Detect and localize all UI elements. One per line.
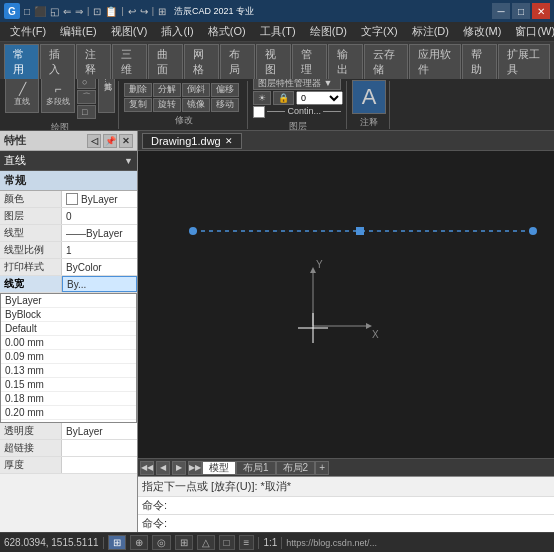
tb-icon8[interactable]: ↩ <box>128 6 136 17</box>
text-button[interactable]: A <box>352 80 386 114</box>
menu-format[interactable]: 格式(O) <box>202 23 252 40</box>
chamfer-button[interactable]: 倒斜 <box>182 83 210 97</box>
prop-value-printstyle[interactable]: ByColor <box>62 259 137 275</box>
line-button[interactable]: ╱ 直线 <box>5 79 39 113</box>
props-pin-icon[interactable]: 📌 <box>103 134 117 148</box>
help-link[interactable]: https://blog.csdn.net/... <box>286 538 377 548</box>
tab-appsw[interactable]: 应用软件 <box>409 44 461 79</box>
lwt-button[interactable]: ≡ <box>239 535 255 550</box>
polar-button[interactable]: ⊞ <box>175 535 193 550</box>
snap-button[interactable]: ⊞ <box>108 535 126 550</box>
menu-text[interactable]: 文字(X) <box>355 23 404 40</box>
circle-button[interactable]: ○ <box>77 79 96 89</box>
tab-layout2[interactable]: 布局2 <box>276 461 316 475</box>
props-close-icon[interactable]: ✕ <box>119 134 133 148</box>
tb-icon10[interactable]: ⊞ <box>158 6 166 17</box>
rect-button[interactable]: □ <box>77 105 96 119</box>
prop-value-ltscale[interactable]: 1 <box>62 242 137 258</box>
grid-button[interactable]: ⊕ <box>130 535 148 550</box>
minimize-button[interactable]: ─ <box>492 3 510 19</box>
move-button[interactable]: 移动 <box>211 98 239 112</box>
lw-item-013[interactable]: 0.13 mm <box>1 364 136 378</box>
linewidth-list[interactable]: ByLayer ByBlock Default 0.00 mm 0.09 mm … <box>0 293 137 423</box>
tab-extra[interactable]: 扩展工具 <box>498 44 550 79</box>
tab-common[interactable]: 常用 <box>4 44 39 79</box>
prop-value-linewidth[interactable]: By... <box>62 276 137 292</box>
otrack-button[interactable]: □ <box>219 535 235 550</box>
tab-insert[interactable]: 插入 <box>40 44 75 79</box>
tb-icon1[interactable]: □ <box>24 6 30 17</box>
lw-item-bylayer[interactable]: ByLayer <box>1 294 136 308</box>
canvas-tab-drawing[interactable]: Drawing1.dwg ✕ <box>142 133 242 149</box>
lw-item-0[interactable]: 0.00 mm <box>1 336 136 350</box>
tab-surface[interactable]: 曲面 <box>148 44 183 79</box>
prop-value-thickness[interactable] <box>62 457 137 473</box>
tab-model[interactable]: 模型 <box>202 461 236 475</box>
menu-insert[interactable]: 插入(I) <box>155 23 199 40</box>
props-toggle-icon[interactable]: ◁ <box>87 134 101 148</box>
canvas-viewport[interactable]: Y X ◀◀ ◀ ▶ ▶▶ 模型 布局1 布局2 + <box>138 151 554 476</box>
tab-layout[interactable]: 布局 <box>220 44 255 79</box>
tab-add-layout[interactable]: + <box>315 461 329 475</box>
tb-icon7[interactable]: 📋 <box>105 6 117 17</box>
layer-lock-button[interactable]: 🔒 <box>273 91 294 105</box>
lw-item-015[interactable]: 0.15 mm <box>1 378 136 392</box>
layer-color[interactable] <box>253 106 265 118</box>
delete-button[interactable]: 删除 <box>124 83 152 97</box>
offset-button[interactable]: 偏移 <box>211 83 239 97</box>
canvas-tab-close[interactable]: ✕ <box>225 136 233 146</box>
tb-icon6[interactable]: ⊡ <box>93 6 101 17</box>
tab-3d[interactable]: 三维 <box>112 44 147 79</box>
line-midpoint-grip[interactable] <box>356 227 364 235</box>
layer-sun-button[interactable]: ☀ <box>253 91 271 105</box>
prop-value-transparency[interactable]: ByLayer <box>62 423 137 439</box>
copy-button[interactable]: 复制 <box>124 98 152 112</box>
maximize-button[interactable]: □ <box>512 3 530 19</box>
tab-annotate[interactable]: 注释 <box>76 44 111 79</box>
explode-button[interactable]: 分解 <box>153 83 181 97</box>
tab-help[interactable]: 帮助 <box>462 44 497 79</box>
lw-item-009[interactable]: 0.09 mm <box>1 350 136 364</box>
tab-cloud[interactable]: 云存储 <box>364 44 408 79</box>
tab-manage[interactable]: 管理 <box>292 44 327 79</box>
tb-icon3[interactable]: ◱ <box>50 6 59 17</box>
menu-dim[interactable]: 标注(D) <box>406 23 455 40</box>
nav-first-button[interactable]: ◀◀ <box>140 461 154 475</box>
menu-file[interactable]: 文件(F) <box>4 23 52 40</box>
prop-value-layer[interactable]: 0 <box>62 208 137 224</box>
menu-tools[interactable]: 工具(T) <box>254 23 302 40</box>
prop-value-linetype[interactable]: ——ByLayer <box>62 225 137 241</box>
tab-output[interactable]: 输出 <box>328 44 363 79</box>
nav-prev-button[interactable]: ◀ <box>156 461 170 475</box>
menu-view[interactable]: 视图(V) <box>105 23 154 40</box>
layer-manager-button[interactable]: 图层特性管理器 ▼ <box>253 79 341 90</box>
tb-icon9[interactable]: ↪ <box>140 6 148 17</box>
draw-more-button[interactable]: 其他... <box>98 79 115 113</box>
rotate-button[interactable]: 旋转 <box>153 98 181 112</box>
polyline-button[interactable]: ⌐ 多段线 <box>41 79 75 113</box>
nav-last-button[interactable]: ▶▶ <box>188 461 202 475</box>
tb-icon4[interactable]: ⇐ <box>63 6 71 17</box>
lw-item-byblock[interactable]: ByBlock <box>1 308 136 322</box>
tb-icon2[interactable]: ⬛ <box>34 6 46 17</box>
close-button[interactable]: ✕ <box>532 3 550 19</box>
lw-item-020[interactable]: 0.20 mm <box>1 406 136 420</box>
ortho-button[interactable]: ◎ <box>152 535 171 550</box>
menu-modify[interactable]: 修改(M) <box>457 23 508 40</box>
menu-window[interactable]: 窗口(W) <box>509 23 554 40</box>
tab-mesh[interactable]: 网格 <box>184 44 219 79</box>
object-type-selector[interactable]: 直线 ▼ <box>0 151 137 171</box>
menu-edit[interactable]: 编辑(E) <box>54 23 103 40</box>
tab-view[interactable]: 视图 <box>256 44 291 79</box>
osnap-button[interactable]: △ <box>197 535 215 550</box>
nav-next-button[interactable]: ▶ <box>172 461 186 475</box>
mirror-button[interactable]: 镜像 <box>182 98 210 112</box>
layer-select[interactable]: 0 <box>296 91 343 105</box>
prop-value-hyperlink[interactable] <box>62 440 137 456</box>
tab-layout1[interactable]: 布局1 <box>236 461 276 475</box>
arc-button[interactable]: ⌒ <box>77 90 96 104</box>
lw-item-default[interactable]: Default <box>1 322 136 336</box>
prop-value-color[interactable]: ByLayer <box>62 191 137 207</box>
lw-item-018[interactable]: 0.18 mm <box>1 392 136 406</box>
menu-draw[interactable]: 绘图(D) <box>304 23 353 40</box>
